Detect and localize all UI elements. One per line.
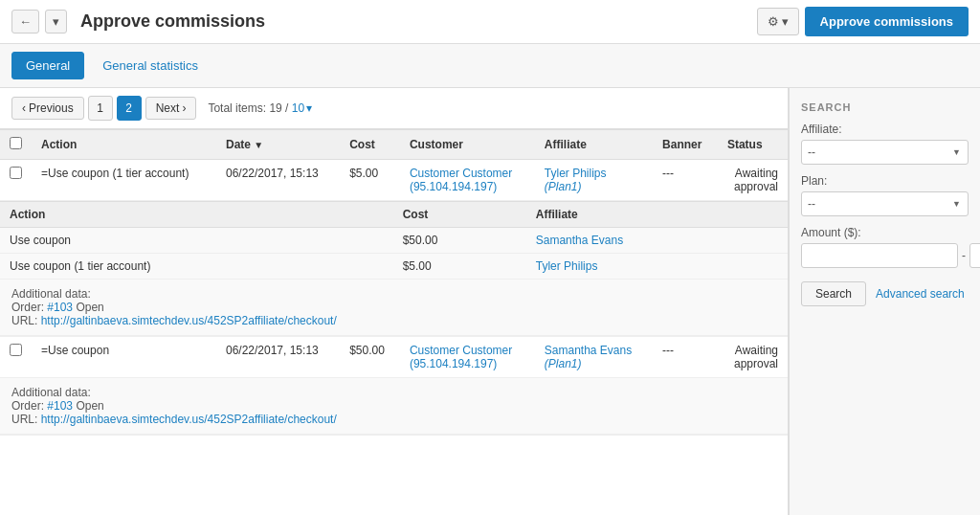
next-button[interactable]: Next › [145, 97, 197, 120]
row2-additional-row: Additional data: Order: #103 Open URL: h… [0, 378, 788, 436]
row1-affiliate-name: Tyler Philips [545, 167, 607, 180]
top-bar-left: ← ▾ Approve commissions [11, 10, 265, 34]
row2-status-line2: approval [734, 357, 778, 370]
sub-row2-cost: $5.00 [393, 254, 526, 280]
plan-select[interactable]: -- [801, 191, 969, 216]
select-all-checkbox[interactable] [10, 137, 22, 149]
top-bar: ← ▾ Approve commissions ⚙ ▾ Approve comm… [0, 0, 980, 44]
search-button[interactable]: Search [801, 281, 866, 306]
date-sort-icon: ▼ [254, 140, 263, 150]
row2-date: 06/22/2017, 15:13 [216, 337, 340, 378]
sub-row1-cost: $50.00 [393, 228, 526, 254]
row1-customer-name: Customer Customer [410, 167, 512, 180]
row1-order-detail: Order: #103 Open [11, 301, 776, 314]
row2-action: =Use coupon [32, 337, 216, 378]
row2-customer-link[interactable]: Customer Customer (95.104.194.197) [410, 344, 512, 370]
sub-row1-affiliate-link[interactable]: Samantha Evans [536, 234, 623, 247]
row1-affiliate-link[interactable]: Tyler Philips [545, 167, 607, 180]
row1-checkbox-cell [0, 160, 32, 201]
search-buttons: Search Advanced search [801, 281, 969, 306]
sub-table-cell: Action Cost Affiliate Use coupon $50.00 [0, 201, 788, 337]
gear-button[interactable]: ⚙ ▾ [757, 8, 799, 35]
plan-select-wrapper: -- [801, 191, 969, 216]
next-label: Next [156, 101, 180, 115]
row2-order-detail: Order: #103 Open [11, 399, 776, 413]
back-button[interactable]: ← [11, 10, 39, 34]
row2-additional-data: Additional data: Order: #103 Open URL: h… [0, 378, 788, 435]
top-bar-right: ⚙ ▾ Approve commissions [757, 7, 969, 36]
row1-status: Awaiting approval [718, 160, 788, 201]
row2-url-link[interactable]: http://galtinbaeva.simtechdev.us/452SP2a… [41, 413, 337, 426]
row2-affiliate-plan[interactable]: (Plan1) [545, 357, 582, 370]
row1-action: =Use coupon (1 tier account) [32, 160, 216, 201]
amount-max-input[interactable] [969, 243, 980, 268]
header-status: Status [718, 130, 788, 160]
row1-url-line: URL: http://galtinbaeva.simtechdev.us/45… [11, 314, 776, 327]
header-customer: Customer [400, 130, 535, 160]
row1-order-label: Additional data: [11, 287, 91, 301]
row2-affiliate-link[interactable]: Samantha Evans [545, 344, 632, 357]
header-banner: Banner [653, 130, 718, 160]
row1-order-status: Open [73, 301, 104, 314]
sub-table: Action Cost Affiliate Use coupon $50.00 [0, 201, 788, 280]
table-row: =Use coupon 06/22/2017, 15:13 $50.00 Cus… [0, 337, 788, 378]
header-checkbox-cell [0, 130, 32, 160]
table-header-row: Action Date ▼ Cost Customer Affiliate Ba… [0, 130, 788, 160]
previous-label: Previous [29, 101, 74, 115]
sub-header-action: Action [0, 202, 393, 228]
per-page-dropdown[interactable]: 10 ▾ [292, 101, 312, 115]
row1-order-link[interactable]: #103 [47, 301, 73, 314]
approve-commissions-button[interactable]: Approve commissions [805, 7, 969, 36]
row2-checkbox-cell [0, 337, 32, 378]
sub-row1-affiliate: Samantha Evans [526, 228, 788, 254]
dropdown-button[interactable]: ▾ [45, 10, 67, 34]
sub-row1-action: Use coupon [0, 228, 393, 254]
row2-checkbox[interactable] [10, 344, 22, 356]
dropdown-arrow-icon: ▾ [53, 14, 59, 29]
row1-additional-data: Additional data: Order: #103 Open URL: h… [0, 280, 788, 336]
row2-url-line: URL: http://galtinbaeva.simtechdev.us/45… [11, 413, 776, 426]
row2-url-label: URL: [11, 413, 41, 426]
row2-status-line1: Awaiting [735, 344, 778, 357]
row1-affiliate: Tyler Philips (Plan1) [535, 160, 653, 201]
sub-header-cost: Cost [393, 202, 526, 228]
header-affiliate: Affiliate [535, 130, 653, 160]
row2-order-link[interactable]: #103 [47, 399, 73, 413]
row2-customer: Customer Customer (95.104.194.197) [400, 337, 535, 378]
sidebar: SEARCH Affiliate: -- Plan: -- Amount ($)… [789, 88, 980, 515]
table-row: =Use coupon (1 tier account) 06/22/2017,… [0, 160, 788, 201]
row2-affiliate-name: Samantha Evans [545, 344, 632, 357]
row1-customer-link[interactable]: Customer Customer (95.104.194.197) [410, 167, 512, 193]
main-layout: ‹ Previous 1 2 Next › Total items: 19 / … [0, 88, 980, 515]
row2-customer-ip: (95.104.194.197) [410, 357, 497, 370]
row2-order-line: Additional data: [11, 386, 776, 399]
per-page-arrow: ▾ [306, 101, 312, 115]
header-date: Date ▼ [216, 130, 340, 160]
row2-additional-cell: Additional data: Order: #103 Open URL: h… [0, 378, 788, 436]
tab-general-statistics[interactable]: General statistics [88, 52, 212, 79]
gear-dropdown-icon: ▾ [782, 14, 789, 29]
amount-separator: - [962, 249, 966, 262]
advanced-search-link[interactable]: Advanced search [876, 287, 965, 301]
row1-url-label: URL: [11, 314, 41, 327]
sidebar-search-title: SEARCH [801, 101, 969, 113]
tab-general[interactable]: General [11, 52, 84, 79]
row2-order-status: Open [73, 399, 104, 413]
row2-customer-name: Customer Customer [410, 344, 512, 357]
amount-min-input[interactable] [801, 243, 958, 268]
page-1-button[interactable]: 1 [88, 96, 113, 121]
row1-url-link[interactable]: http://galtinbaeva.simtechdev.us/452SP2a… [41, 314, 337, 327]
amount-label: Amount ($): [801, 226, 969, 239]
page-2-button[interactable]: 2 [117, 96, 142, 121]
header-action: Action [32, 130, 216, 160]
row2-banner: --- [653, 337, 718, 378]
sub-row2-affiliate-link[interactable]: Tyler Philips [536, 259, 598, 273]
data-table: Action Date ▼ Cost Customer Affiliate Ba… [0, 129, 788, 436]
total-text: Total items: 19 / [208, 101, 288, 115]
previous-button[interactable]: ‹ Previous [11, 97, 84, 120]
row1-checkbox[interactable] [10, 167, 22, 179]
row1-affiliate-plan[interactable]: (Plan1) [545, 180, 582, 193]
row1-customer: Customer Customer (95.104.194.197) [400, 160, 535, 201]
affiliate-select[interactable]: -- [801, 140, 969, 165]
content-area: ‹ Previous 1 2 Next › Total items: 19 / … [0, 88, 789, 515]
